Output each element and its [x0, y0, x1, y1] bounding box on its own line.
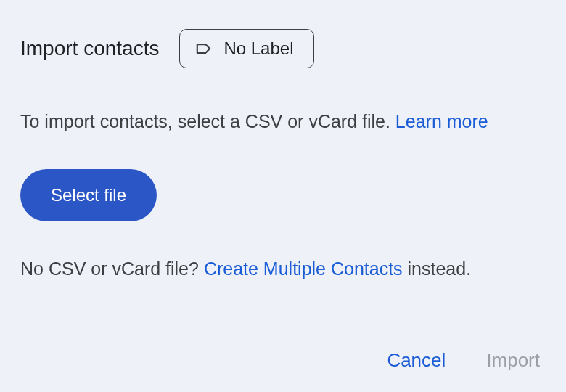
alt-text-prefix: No CSV or vCard file? — [20, 258, 204, 279]
label-icon — [194, 39, 213, 58]
import-description: To import contacts, select a CSV or vCar… — [20, 109, 546, 134]
alternative-text: No CSV or vCard file? Create Multiple Co… — [20, 256, 546, 282]
description-text: To import contacts, select a CSV or vCar… — [20, 111, 395, 131]
select-file-button[interactable]: Select file — [20, 169, 157, 221]
label-selector-chip[interactable]: No Label — [179, 29, 314, 68]
label-chip-text: No Label — [223, 38, 293, 59]
cancel-button[interactable]: Cancel — [387, 349, 446, 372]
dialog-title: Import contacts — [20, 37, 159, 60]
dialog-header: Import contacts No Label — [20, 29, 546, 68]
learn-more-link[interactable]: Learn more — [395, 111, 488, 131]
create-multiple-contacts-link[interactable]: Create Multiple Contacts — [204, 258, 403, 279]
import-button: Import — [486, 349, 540, 372]
alt-text-suffix: instead. — [403, 258, 472, 279]
dialog-footer: Cancel Import — [387, 349, 540, 372]
